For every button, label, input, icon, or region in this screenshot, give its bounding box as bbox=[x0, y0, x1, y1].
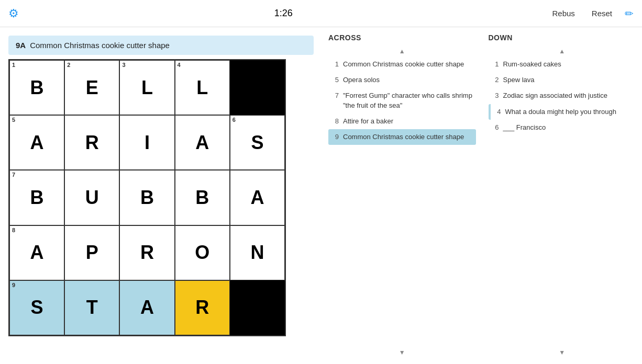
grid-cell-r2c0[interactable]: 7B bbox=[9, 170, 64, 225]
cell-letter: A bbox=[30, 133, 44, 152]
down-clue-6[interactable]: 6___ Francisco bbox=[489, 120, 636, 135]
active-clue-number: 9A bbox=[16, 41, 26, 50]
clue-text: Opera solos bbox=[343, 75, 474, 85]
grid-cell-r2c2[interactable]: B bbox=[119, 170, 174, 225]
grid-cell-r3c2[interactable]: R bbox=[119, 225, 174, 280]
header: ⚙ 1:26 Rebus Reset ✏ bbox=[0, 0, 642, 27]
cell-letter: A bbox=[140, 298, 154, 317]
cell-letter: I bbox=[145, 133, 150, 152]
across-clue-5[interactable]: 5Opera solos bbox=[328, 72, 476, 88]
grid-cell-r1c4[interactable]: 6S bbox=[230, 115, 285, 170]
cell-letter: B bbox=[30, 78, 44, 97]
clues-panel: ACROSS ▲ 1Common Christmas cookie cutter… bbox=[322, 27, 642, 364]
cell-letter: R bbox=[140, 243, 154, 262]
grid-cell-r1c1[interactable]: R bbox=[64, 115, 119, 170]
across-scroll-up[interactable]: ▲ bbox=[328, 46, 476, 56]
grid-cell-r0c3[interactable]: 4L bbox=[175, 60, 230, 115]
cell-letter: B bbox=[30, 188, 44, 207]
reset-button[interactable]: Reset bbox=[588, 7, 616, 20]
down-clue-2[interactable]: 2Spew lava bbox=[489, 72, 636, 88]
across-clue-list-wrapper[interactable]: 1Common Christmas cookie cutter shape5Op… bbox=[328, 56, 476, 347]
cell-letter: L bbox=[141, 78, 153, 97]
across-title: ACROSS bbox=[328, 33, 476, 42]
down-scroll-up[interactable]: ▲ bbox=[489, 46, 636, 56]
down-clue-4[interactable]: 4What a doula might help you through bbox=[489, 104, 636, 120]
cell-letter: L bbox=[196, 78, 208, 97]
cell-letter: S bbox=[31, 298, 43, 317]
clue-text: Attire for a baker bbox=[343, 117, 474, 126]
crossword-grid[interactable]: 1B2E3L4L5ARIA6S7BUBBA8APRON9STAR bbox=[8, 59, 286, 336]
clue-number: 1 bbox=[330, 60, 339, 69]
grid-cell-r0c1[interactable]: 2E bbox=[64, 60, 119, 115]
timer: 1:26 bbox=[274, 8, 293, 19]
across-clue-1[interactable]: 1Common Christmas cookie cutter shape bbox=[328, 56, 476, 72]
grid-cell-r4c1[interactable]: T bbox=[64, 280, 119, 335]
down-clue-3[interactable]: 3Zodiac sign associated with justice bbox=[489, 88, 636, 104]
grid-cell-r3c4[interactable]: N bbox=[230, 225, 285, 280]
cell-letter: N bbox=[250, 243, 264, 262]
clue-number: 9 bbox=[330, 132, 339, 142]
cell-letter: B bbox=[140, 188, 154, 207]
cell-letter: A bbox=[30, 243, 44, 262]
cell-letter: P bbox=[86, 243, 98, 262]
cell-letter: B bbox=[195, 188, 209, 207]
settings-icon[interactable]: ⚙ bbox=[8, 7, 19, 20]
main: 9ACommon Christmas cookie cutter shape 1… bbox=[0, 27, 642, 364]
clue-number: 1 bbox=[491, 60, 499, 69]
cell-letter: R bbox=[195, 298, 209, 317]
across-section: ACROSS ▲ 1Common Christmas cookie cutter… bbox=[322, 33, 482, 358]
grid-cell-r1c2[interactable]: I bbox=[119, 115, 174, 170]
grid-cell-r2c1[interactable]: U bbox=[64, 170, 119, 225]
across-clue-8[interactable]: 8Attire for a baker bbox=[328, 113, 476, 129]
grid-cell-r1c3[interactable]: A bbox=[175, 115, 230, 170]
clue-number: 6 bbox=[491, 123, 499, 132]
header-right: Rebus Reset ✏ bbox=[548, 7, 634, 20]
down-clue-list: 1Rum-soaked cakes2Spew lava3Zodiac sign … bbox=[489, 56, 636, 135]
grid-cell-r4c3[interactable]: R bbox=[175, 280, 230, 335]
cell-letter: O bbox=[195, 243, 209, 262]
header-left: ⚙ bbox=[8, 7, 19, 20]
puzzle-area: 9ACommon Christmas cookie cutter shape 1… bbox=[0, 27, 322, 364]
clue-text: "Forrest Gump" character who calls shrim… bbox=[343, 91, 474, 110]
cell-number: 7 bbox=[12, 172, 15, 178]
grid-cell-r4c2[interactable]: A bbox=[119, 280, 174, 335]
cell-letter: E bbox=[86, 78, 98, 97]
across-clue-7[interactable]: 7"Forrest Gump" character who calls shri… bbox=[328, 88, 476, 113]
down-scroll-down[interactable]: ▼ bbox=[489, 347, 636, 358]
across-clue-9[interactable]: 9Common Christmas cookie cutter shape bbox=[328, 129, 476, 145]
grid-cell-r0c0[interactable]: 1B bbox=[9, 60, 64, 115]
across-scroll-down[interactable]: ▼ bbox=[328, 347, 476, 358]
cell-number: 3 bbox=[122, 62, 125, 68]
rebus-button[interactable]: Rebus bbox=[548, 7, 579, 20]
grid-cell-r1c0[interactable]: 5A bbox=[9, 115, 64, 170]
grid-cell-r3c1[interactable]: P bbox=[64, 225, 119, 280]
clue-text: Common Christmas cookie cutter shape bbox=[343, 132, 474, 142]
pencil-icon[interactable]: ✏ bbox=[625, 7, 634, 20]
down-title: DOWN bbox=[489, 33, 636, 42]
grid-cell-r3c3[interactable]: O bbox=[175, 225, 230, 280]
grid-cell-r4c4[interactable] bbox=[230, 280, 285, 335]
cell-number: 5 bbox=[12, 117, 15, 123]
cell-letter: U bbox=[85, 188, 99, 207]
clue-number: 4 bbox=[493, 107, 501, 117]
down-clue-list-wrapper[interactable]: 1Rum-soaked cakes2Spew lava3Zodiac sign … bbox=[489, 56, 636, 347]
cell-letter: T bbox=[86, 298, 98, 317]
cell-letter: S bbox=[251, 133, 263, 152]
cell-number: 4 bbox=[178, 62, 181, 68]
cell-letter: A bbox=[195, 133, 209, 152]
cell-number: 2 bbox=[67, 62, 70, 68]
grid-cell-r0c2[interactable]: 3L bbox=[119, 60, 174, 115]
cell-number: 6 bbox=[233, 117, 236, 123]
clue-text: ___ Francisco bbox=[503, 123, 634, 132]
grid-cell-r2c3[interactable]: B bbox=[175, 170, 230, 225]
cell-letter: A bbox=[250, 188, 264, 207]
grid-cell-r4c0[interactable]: 9S bbox=[9, 280, 64, 335]
down-clue-1[interactable]: 1Rum-soaked cakes bbox=[489, 56, 636, 72]
across-clue-list: 1Common Christmas cookie cutter shape5Op… bbox=[328, 56, 476, 145]
clue-text: Spew lava bbox=[503, 75, 634, 85]
clue-text: Rum-soaked cakes bbox=[503, 60, 634, 69]
grid-cell-r0c4[interactable] bbox=[230, 60, 285, 115]
clue-number: 2 bbox=[491, 75, 499, 85]
grid-cell-r2c4[interactable]: A bbox=[230, 170, 285, 225]
grid-cell-r3c0[interactable]: 8A bbox=[9, 225, 64, 280]
